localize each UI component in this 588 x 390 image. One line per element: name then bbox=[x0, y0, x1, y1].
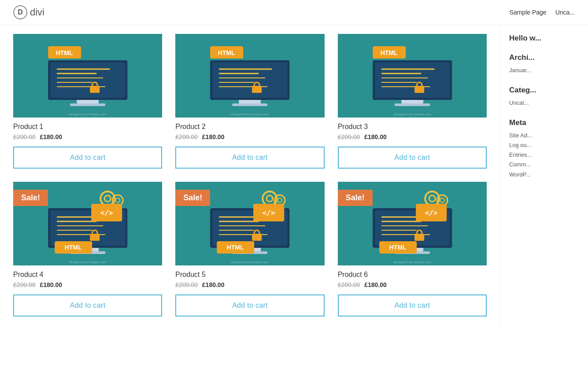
svg-rect-30 bbox=[395, 103, 430, 106]
svg-text:HTML: HTML bbox=[227, 244, 244, 251]
original-price-6: £200.00 bbox=[338, 281, 360, 288]
svg-text:HTML: HTML bbox=[380, 49, 397, 56]
product-card-5: Sale! bbox=[175, 182, 324, 316]
add-to-cart-button-4[interactable]: Add to cart bbox=[13, 294, 162, 316]
sidebar-archives: Archi... Januar... bbox=[509, 53, 579, 75]
original-price-5: £200.00 bbox=[175, 281, 198, 288]
original-price-2: £200.00 bbox=[175, 133, 198, 140]
product-price-6: £200.00 £180.00 bbox=[338, 281, 487, 288]
product-name-1: Product 1 bbox=[13, 123, 162, 131]
svg-text:designed by freepik.com: designed by freepik.com bbox=[231, 112, 269, 116]
sidebar-meta-items: Site Ad...Log ou...Entries...Comm...Word… bbox=[509, 131, 579, 179]
product-name-3: Product 3 bbox=[338, 123, 487, 131]
svg-text:designed by freepik.com: designed by freepik.com bbox=[69, 260, 107, 264]
original-price-3: £200.00 bbox=[338, 133, 360, 140]
svg-text:HTML: HTML bbox=[65, 244, 82, 251]
svg-rect-52 bbox=[90, 234, 100, 241]
svg-text:</>: </> bbox=[100, 209, 113, 217]
sidebar-categories-uncategorized[interactable]: Uncat... bbox=[509, 98, 579, 108]
sale-price-5: £180.00 bbox=[202, 281, 225, 288]
nav-uncategorized[interactable]: Unca... bbox=[555, 9, 575, 16]
sale-price-4: £180.00 bbox=[40, 281, 63, 288]
product-image-3: HTML designed by freepik.com bbox=[338, 34, 487, 118]
add-to-cart-button-5[interactable]: Add to cart bbox=[175, 294, 324, 316]
svg-rect-72 bbox=[252, 234, 262, 241]
svg-rect-92 bbox=[414, 234, 424, 241]
svg-point-96 bbox=[440, 198, 444, 202]
product-name-6: Product 6 bbox=[338, 271, 487, 279]
svg-point-54 bbox=[104, 195, 111, 202]
sidebar-meta-heading: Meta bbox=[509, 118, 579, 127]
nav-links: Sample Page Unca... bbox=[510, 9, 575, 16]
sidebar-archives-january[interactable]: Januar... bbox=[509, 66, 579, 75]
sidebar-categories-items: Uncat... bbox=[509, 98, 579, 108]
product-illustration-2: HTML designed by freepik.com bbox=[175, 34, 324, 118]
svg-point-56 bbox=[115, 198, 120, 202]
svg-rect-10 bbox=[90, 86, 100, 93]
product-image-4: Sale! bbox=[13, 182, 162, 265]
page-layout: HTML designed by freepik.com Product 1 £… bbox=[0, 25, 588, 325]
product-price-1: £200.00 £180.00 bbox=[13, 133, 162, 140]
sidebar-meta-item-3[interactable]: Comm... bbox=[509, 160, 579, 169]
product-price-3: £200.00 £180.00 bbox=[338, 133, 487, 140]
svg-point-94 bbox=[429, 195, 435, 202]
original-price-1: £200.00 bbox=[13, 133, 36, 140]
product-price-4: £200.00 £180.00 bbox=[13, 281, 162, 288]
sale-badge-4: Sale! bbox=[13, 190, 48, 206]
product-card-6: Sale! bbox=[338, 182, 487, 316]
product-image-2: HTML designed by freepik.com bbox=[175, 34, 324, 118]
svg-text:designed by freepik.com: designed by freepik.com bbox=[393, 112, 431, 116]
sidebar-meta-item-2[interactable]: Entries... bbox=[509, 150, 579, 160]
sidebar-archives-heading: Archi... bbox=[509, 53, 579, 62]
product-name-4: Product 4 bbox=[13, 271, 162, 279]
site-logo[interactable]: D divi bbox=[13, 5, 44, 19]
product-price-2: £200.00 £180.00 bbox=[175, 133, 324, 140]
svg-rect-32 bbox=[375, 63, 450, 98]
product-image-6: Sale! bbox=[338, 182, 487, 265]
sale-badge-5: Sale! bbox=[175, 190, 210, 206]
product-image-5: Sale! bbox=[175, 182, 324, 265]
product-grid: HTML designed by freepik.com Product 1 £… bbox=[13, 34, 487, 316]
sidebar-hello: Hello w... bbox=[509, 34, 579, 43]
sidebar-archives-items: Januar... bbox=[509, 66, 579, 75]
svg-text:designed by freepik.com: designed by freepik.com bbox=[393, 260, 431, 264]
logo-circle: D bbox=[13, 5, 27, 19]
svg-rect-2 bbox=[70, 103, 105, 106]
svg-text:HTML: HTML bbox=[218, 49, 235, 56]
original-price-4: £200.00 bbox=[13, 281, 36, 288]
svg-rect-18 bbox=[212, 63, 287, 98]
svg-rect-16 bbox=[232, 103, 267, 106]
svg-point-74 bbox=[266, 195, 273, 202]
sale-badge-6: Sale! bbox=[338, 190, 373, 206]
sale-price-3: £180.00 bbox=[364, 133, 387, 140]
svg-text:HTML: HTML bbox=[56, 49, 73, 56]
svg-text:</>: </> bbox=[263, 209, 275, 217]
sale-price-6: £180.00 bbox=[364, 281, 387, 288]
svg-text:designed by freepik.com: designed by freepik.com bbox=[231, 260, 269, 264]
product-image-1: HTML designed by freepik.com bbox=[13, 34, 162, 118]
product-illustration-3: HTML designed by freepik.com bbox=[338, 34, 487, 118]
add-to-cart-button-1[interactable]: Add to cart bbox=[13, 147, 162, 169]
sidebar-meta: Meta Site Ad...Log ou...Entries...Comm..… bbox=[509, 118, 579, 179]
sidebar-hello-heading: Hello w... bbox=[509, 34, 579, 43]
svg-text:designed by freepik.com: designed by freepik.com bbox=[69, 112, 107, 116]
sale-price-2: £180.00 bbox=[202, 133, 225, 140]
product-price-5: £200.00 £180.00 bbox=[175, 281, 324, 288]
top-navigation: D divi Sample Page Unca... bbox=[0, 0, 588, 25]
logo-text: divi bbox=[30, 7, 44, 18]
sidebar-categories-heading: Categ... bbox=[509, 86, 579, 95]
sidebar-meta-item-0[interactable]: Site Ad... bbox=[509, 131, 579, 140]
sidebar-meta-item-4[interactable]: WordP... bbox=[509, 170, 579, 180]
product-card-3: HTML designed by freepik.com Product 3 £… bbox=[338, 34, 487, 169]
add-to-cart-button-2[interactable]: Add to cart bbox=[175, 147, 324, 169]
product-card-2: HTML designed by freepik.com Product 2 £… bbox=[175, 34, 324, 169]
add-to-cart-button-6[interactable]: Add to cart bbox=[338, 294, 487, 316]
add-to-cart-button-3[interactable]: Add to cart bbox=[338, 147, 487, 169]
sidebar: Hello w... Archi... Januar... Categ... U… bbox=[500, 25, 588, 325]
svg-text:</>: </> bbox=[425, 209, 437, 217]
svg-rect-24 bbox=[252, 86, 262, 93]
svg-point-76 bbox=[277, 198, 282, 202]
sidebar-meta-item-1[interactable]: Log ou... bbox=[509, 140, 579, 150]
product-name-2: Product 2 bbox=[175, 123, 324, 131]
nav-sample-page[interactable]: Sample Page bbox=[510, 9, 547, 16]
